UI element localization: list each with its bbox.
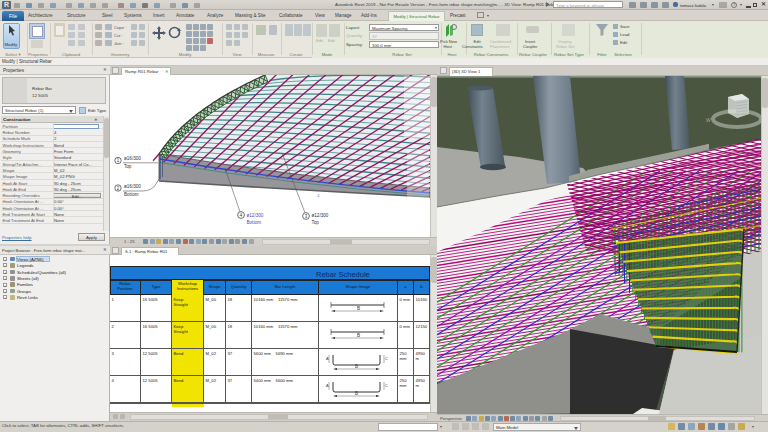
svg-text:4: 4 [317, 193, 320, 198]
svg-text:B: B [357, 306, 360, 311]
svg-text:Bottom: Bottom [247, 220, 262, 225]
svg-text:Top: Top [312, 220, 320, 225]
svg-text:C: C [385, 384, 388, 388]
svg-text:W: W [706, 117, 711, 123]
svg-text:2: 2 [117, 186, 120, 191]
svg-text:Top: Top [124, 164, 132, 169]
svg-text:1: 1 [117, 158, 120, 163]
svg-text:ø12/300: ø12/300 [247, 213, 264, 218]
svg-text:Bottom: Bottom [124, 192, 139, 197]
svg-text:ø16/300: ø16/300 [124, 184, 141, 189]
svg-text:4: 4 [240, 213, 243, 218]
svg-text:ø12/300: ø12/300 [312, 213, 329, 218]
svg-text:C: C [385, 357, 388, 361]
svg-text:A: A [326, 384, 329, 388]
svg-text:ø16/300: ø16/300 [124, 156, 141, 161]
svg-text:A: A [326, 357, 329, 361]
svg-text:B: B [357, 333, 360, 338]
svg-text:B: B [355, 391, 358, 396]
svg-text:3: 3 [305, 214, 308, 219]
svg-text:B: B [355, 364, 358, 369]
